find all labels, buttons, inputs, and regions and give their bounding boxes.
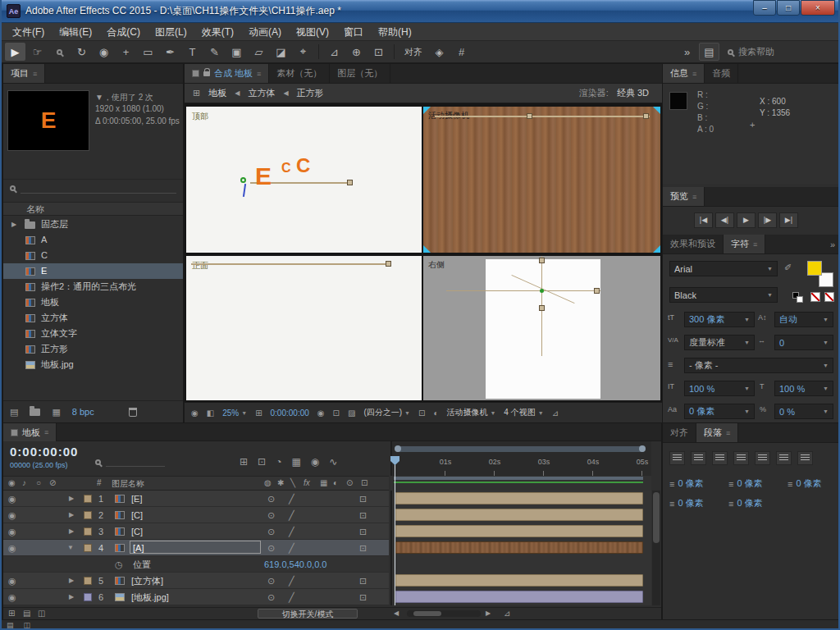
tab-info[interactable]: 信息 ≡ xyxy=(663,64,705,83)
no-fill-swatch[interactable] xyxy=(810,292,820,302)
tab-preview[interactable]: 预览 ≡ xyxy=(663,187,705,206)
local-axis-mode-button[interactable]: ⊿ xyxy=(324,43,345,61)
justify-all-button[interactable] xyxy=(797,451,813,465)
layer-row-4-selected[interactable]: ◉ ▼ 4 [A] ⊙ ╱ ⊡ xyxy=(3,540,389,556)
rotate-tool[interactable]: ↻ xyxy=(71,43,92,61)
clone-stamp-tool[interactable]: ▣ xyxy=(226,43,247,61)
layer-path-line[interactable] xyxy=(191,263,390,265)
snap-shape-icon[interactable]: ◈ xyxy=(429,43,450,61)
indent-right-field[interactable]: ≡ 0 像素 xyxy=(788,477,822,490)
hide-shy-layers-icon[interactable]: ◔ xyxy=(276,456,281,468)
rectangle-tool[interactable]: ▭ xyxy=(138,43,158,61)
eye-icon[interactable]: ◉ xyxy=(8,491,16,507)
motion-blur-icon[interactable]: ◉ xyxy=(311,456,319,468)
breadcrumb-item[interactable]: 立方体 xyxy=(248,87,275,99)
anchor-switch-icon[interactable]: ⊙ xyxy=(267,523,275,540)
help-search-input[interactable] xyxy=(738,47,829,57)
expand-transfer-icon[interactable]: ⊞ xyxy=(8,609,15,618)
renderer-value-button[interactable]: 经典 3D xyxy=(617,87,649,99)
anchor-switch-icon[interactable]: ⊙ xyxy=(267,589,275,605)
cube-3d-switch-icon[interactable]: ⊡ xyxy=(359,589,367,605)
layer-handle[interactable] xyxy=(594,288,600,294)
pen-tool[interactable]: ✒ xyxy=(160,43,180,61)
view-layout-select[interactable]: 4 个视图 ▼ xyxy=(504,407,543,418)
layer-row-5[interactable]: ◉ ▶ 5 [立方体] ⊙ ╱ ⊡ xyxy=(3,573,389,589)
panel-grid-icon[interactable]: ◫ xyxy=(24,621,31,629)
workspace-icon[interactable]: ▤ xyxy=(699,43,719,61)
maximize-button[interactable]: □ xyxy=(777,0,800,16)
project-bit-depth-button[interactable]: 8 bpc xyxy=(72,407,94,417)
quality-switch-icon[interactable]: ╱ xyxy=(289,540,294,556)
new-folder-icon[interactable] xyxy=(30,409,40,416)
indent-first-line-field[interactable]: ≡ 0 像素 xyxy=(728,477,763,490)
panel-menu-icon[interactable]: ≡ xyxy=(257,70,261,78)
help-search-field[interactable] xyxy=(721,47,835,57)
panel-menu-icon[interactable]: ≡ xyxy=(33,70,37,78)
horizontal-scrollbar-thumb[interactable] xyxy=(413,611,441,616)
timeline-search-field[interactable] xyxy=(95,458,165,467)
tab-footage[interactable]: 素材（无） xyxy=(269,64,330,83)
justify-last-left-button[interactable] xyxy=(733,451,749,465)
exposure-icon[interactable]: ◐ xyxy=(433,409,438,418)
stopwatch-icon[interactable]: ◷ xyxy=(115,556,123,573)
default-colors-swatch-white[interactable] xyxy=(797,296,803,303)
layer-name-editable[interactable]: [A] xyxy=(130,541,261,554)
project-list-header[interactable]: 名称 xyxy=(3,202,183,216)
layer-duration-bar-1[interactable] xyxy=(395,492,643,504)
panel-menu-icon[interactable]: ≡ xyxy=(44,428,48,436)
grid-guides-icon[interactable]: ⊞ xyxy=(255,409,262,418)
work-area-bar[interactable] xyxy=(394,477,643,480)
project-item-row[interactable]: 立方体 xyxy=(3,310,183,326)
selection-tool[interactable]: ▶ xyxy=(5,43,25,61)
menu-item-composition[interactable]: 合成(C) xyxy=(99,23,148,41)
mini-flowchart-icon[interactable]: ⊞ xyxy=(240,456,248,468)
timeline-zoom-icon[interactable]: ⊿ xyxy=(504,609,510,618)
eraser-tool[interactable]: ▱ xyxy=(249,43,269,61)
project-item-row[interactable]: 地板.jpg xyxy=(3,357,183,372)
font-size-select[interactable]: 300 像素 ▼ xyxy=(684,312,755,327)
minimize-button[interactable]: – xyxy=(753,0,776,16)
layer-name[interactable]: [E] xyxy=(131,491,142,507)
panel-menu-icon[interactable]: ≡ xyxy=(692,193,696,201)
layer-name[interactable]: [C] xyxy=(131,507,143,523)
justify-last-right-button[interactable] xyxy=(776,451,792,465)
layer-row-6[interactable]: ◉ ▶ 6 [地板.jpg] ⊙ ╱ ⊡ xyxy=(3,589,389,605)
layer-name[interactable]: [立方体] xyxy=(131,573,163,589)
align-right-button[interactable] xyxy=(712,451,728,465)
eye-icon[interactable]: ◉ xyxy=(8,540,16,556)
layer-duration-bar-4[interactable] xyxy=(395,541,643,554)
twirl-icon[interactable]: ▶ xyxy=(11,217,16,232)
tab-timeline-comp[interactable]: 地板 ≡ xyxy=(3,423,57,441)
layer-row-1[interactable]: ◉ ▶ 1 [E] ⊙ ╱ ⊡ xyxy=(3,491,389,507)
play-button[interactable]: ▶ xyxy=(737,212,756,228)
layer-handle[interactable] xyxy=(527,113,532,119)
brush-tool[interactable]: ✎ xyxy=(204,43,225,61)
layer-handle[interactable] xyxy=(386,261,391,267)
project-folder-row[interactable]: ▶ 固态层 xyxy=(3,217,183,232)
zoom-select[interactable]: 25% ▼ xyxy=(222,409,247,418)
panel-overflow-icon[interactable]: » xyxy=(825,235,840,253)
project-item-row[interactable]: 地板 xyxy=(3,294,183,310)
label-color-chip[interactable] xyxy=(84,527,92,536)
vertical-scale-select[interactable]: 100 % ▼ xyxy=(684,381,755,396)
timeline-ruler[interactable]: 01s 02s 03s 04s 05s xyxy=(392,456,653,476)
snapshot-icon[interactable]: ◉ xyxy=(191,409,199,418)
project-item-row[interactable]: C xyxy=(3,248,183,263)
project-item-row[interactable]: 立体文字 xyxy=(3,326,183,341)
justify-last-center-button[interactable] xyxy=(755,451,770,465)
cube-3d-switch-icon[interactable]: ⊡ xyxy=(359,573,367,589)
property-row-position[interactable]: ◷ 位置 619.0,540.0,0.0 xyxy=(3,556,389,573)
fast-preview-icon[interactable]: ⊡ xyxy=(418,409,425,418)
twirl-icon[interactable]: ▶ xyxy=(69,491,74,507)
active-camera-select[interactable]: 活动摄像机 ▼ xyxy=(446,407,495,418)
twirl-icon[interactable]: ▶ xyxy=(69,573,74,589)
eye-icon[interactable]: ◉ xyxy=(8,589,16,605)
fill-color-swatch[interactable] xyxy=(807,261,822,276)
puppet-pin-tool[interactable]: ⌖ xyxy=(293,43,313,61)
menu-item-help[interactable]: 帮助(H) xyxy=(371,23,419,41)
eye-icon[interactable]: ◉ xyxy=(8,523,16,540)
layer-handle[interactable] xyxy=(539,305,545,311)
label-color-chip[interactable] xyxy=(84,511,92,519)
eye-icon[interactable]: ◉ xyxy=(8,573,16,589)
property-value[interactable]: 619.0,540.0,0.0 xyxy=(264,556,326,573)
